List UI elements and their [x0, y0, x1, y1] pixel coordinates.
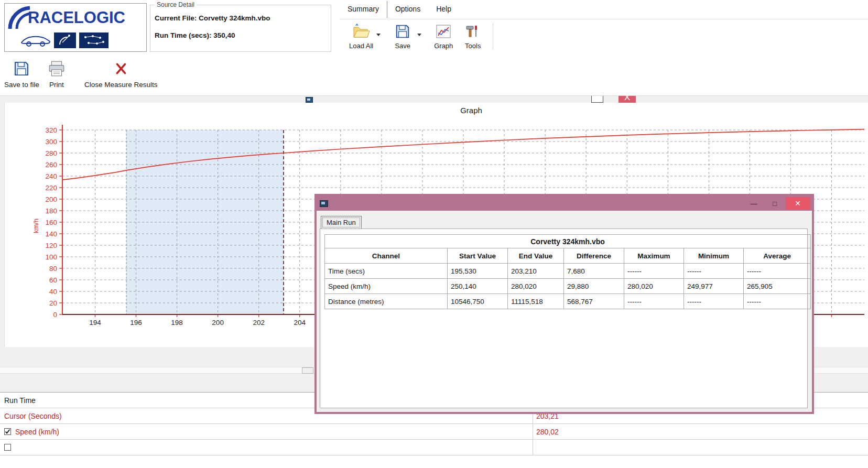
measure-table-cell: 280,020 — [624, 279, 684, 294]
secondary-toolbar: Save to file Print — [0, 55, 168, 93]
y-tick-label: 200 — [45, 195, 57, 203]
tools-button[interactable]: Tools — [458, 21, 487, 51]
car-icon — [20, 33, 51, 48]
y-tick-label: 300 — [45, 138, 57, 146]
y-axis-title: km/h — [32, 219, 40, 233]
measure-table-cell: Time (secs) — [325, 264, 448, 279]
measure-results-window: — □ ✕ Main Run Corvetty 324kmh.vboChanne… — [314, 194, 814, 414]
graph-button[interactable]: Graph — [429, 21, 458, 51]
check-icon — [5, 429, 10, 434]
splitter-handle[interactable] — [302, 367, 313, 374]
close-button[interactable]: ✕ — [786, 197, 810, 210]
measure-table-cell: ------ — [624, 294, 684, 309]
channel-checkbox[interactable] — [4, 444, 11, 451]
measure-table-row: Distance (metres)10546,75011115,518568,7… — [325, 294, 811, 309]
graph-label: Graph — [434, 42, 453, 50]
channel-label-cell: Speed (km/h) — [0, 424, 533, 439]
measure-table-cell: ------ — [744, 264, 811, 279]
red-x-icon — [114, 58, 128, 80]
measure-table-cell: 203,210 — [508, 264, 564, 279]
load-all-button[interactable]: Load All — [346, 21, 376, 51]
print-label: Print — [49, 81, 64, 89]
column-header: Maximum — [624, 248, 684, 264]
racelogic-logo: RACELOGIC — [4, 3, 147, 52]
measure-table-cell: 265,905 — [744, 279, 811, 294]
channel-checkbox[interactable] — [4, 428, 11, 435]
measure-table-cell: 10546,750 — [448, 294, 508, 309]
top-panel: RACELOGIC — [0, 0, 868, 96]
measure-results-table: Corvetty 324kmh.vboChannelStart ValueEnd… — [324, 234, 811, 309]
channel-row — [0, 440, 868, 455]
measure-window-titlebar[interactable]: — □ ✕ — [317, 196, 812, 211]
graph-chart-icon — [436, 22, 451, 41]
menu-summary[interactable]: Summary — [340, 0, 387, 19]
logo-text: RACELOGIC — [28, 8, 125, 27]
channel-row: Speed (km/h)280,02 — [0, 424, 868, 440]
toolbar-separator — [493, 23, 493, 49]
channel-label: Run Time — [4, 396, 36, 405]
print-button[interactable]: Print — [48, 55, 66, 89]
column-header: Channel — [325, 248, 448, 264]
y-tick-label: 260 — [45, 161, 57, 169]
x-tick-label: 194 — [89, 319, 101, 326]
load-all-dropdown-caret[interactable] — [376, 34, 381, 36]
measure-table-cell: 250,140 — [448, 279, 508, 294]
channel-label: Speed (km/h) — [15, 428, 59, 436]
close-measure-results-button[interactable]: Close Measure Results — [74, 55, 168, 89]
measure-table-cell: ------ — [744, 294, 811, 309]
y-tick-label: 120 — [45, 242, 57, 249]
save-button[interactable]: Save — [388, 21, 417, 51]
y-tick-label: 80 — [49, 265, 57, 273]
y-tick-label: 40 — [49, 288, 57, 296]
measure-table-title: Corvetty 324kmh.vbo — [325, 235, 811, 248]
channel-label: Cursor (Seconds) — [4, 412, 62, 420]
open-folder-icon — [352, 22, 371, 41]
satellite-dish-icon — [54, 32, 76, 48]
tab-main-run-label: Main Run — [322, 217, 360, 227]
channel-label-cell — [0, 440, 533, 455]
tab-main-run[interactable]: Main Run — [321, 216, 362, 228]
main-toolbar: Load All Save — [346, 21, 493, 55]
measure-table-cell: 249,977 — [684, 279, 744, 294]
save-to-file-label: Save to file — [4, 81, 39, 89]
save-to-file-button[interactable]: Save to file — [4, 55, 39, 89]
window-controls: — □ ✕ — [744, 197, 810, 210]
measure-table-cell: ------ — [624, 264, 684, 279]
maximize-button-remnant[interactable] — [591, 96, 603, 103]
printer-icon — [48, 58, 66, 80]
x-tick-label: 202 — [253, 319, 265, 326]
x-tick-label: 196 — [130, 319, 142, 326]
y-tick-label: 100 — [45, 253, 57, 261]
gps-constellation-icon — [79, 32, 108, 48]
menu-help[interactable]: Help — [428, 0, 459, 19]
source-detail-group: Source Detail Current File: Corvetty 324… — [150, 1, 331, 52]
x-tick-label: 198 — [171, 319, 183, 326]
run-time-label: Run Time (secs): 350,40 — [155, 31, 327, 39]
app-window: RACELOGIC — [0, 0, 868, 468]
source-detail-legend: Source Detail — [155, 1, 197, 8]
logo-icon-row — [20, 32, 108, 48]
menu-options[interactable]: Options — [387, 0, 428, 19]
y-tick-label: 60 — [49, 276, 57, 284]
measure-table-cell: 29,880 — [564, 279, 624, 294]
save-label: Save — [395, 42, 410, 50]
load-all-label: Load All — [349, 42, 373, 50]
measure-results-page: Corvetty 324kmh.vboChannelStart ValueEnd… — [320, 228, 808, 408]
window-icon — [320, 200, 328, 207]
tools-label: Tools — [465, 42, 481, 50]
save-dropdown-caret[interactable] — [417, 34, 421, 36]
window-icon-remnant — [306, 97, 313, 103]
close-button-remnant[interactable] — [619, 96, 636, 103]
minimize-button[interactable]: — — [744, 197, 764, 210]
current-file-label: Current File: Corvetty 324kmh.vbo — [155, 14, 327, 22]
desktop: Graph 0204060801001201401601802002202402… — [0, 96, 868, 468]
measure-window-content: Main Run Corvetty 324kmh.vboChannelStart… — [317, 211, 812, 412]
close-measure-results-label: Close Measure Results — [84, 81, 158, 89]
y-tick-label: 180 — [45, 207, 57, 215]
measure-table-cell: 280,020 — [508, 279, 564, 294]
measure-table-cell: 195,530 — [448, 264, 508, 279]
y-tick-label: 140 — [45, 230, 57, 238]
maximize-button[interactable]: □ — [765, 197, 785, 210]
measure-table-cell: 568,767 — [564, 294, 624, 309]
column-header: Average — [744, 248, 811, 264]
